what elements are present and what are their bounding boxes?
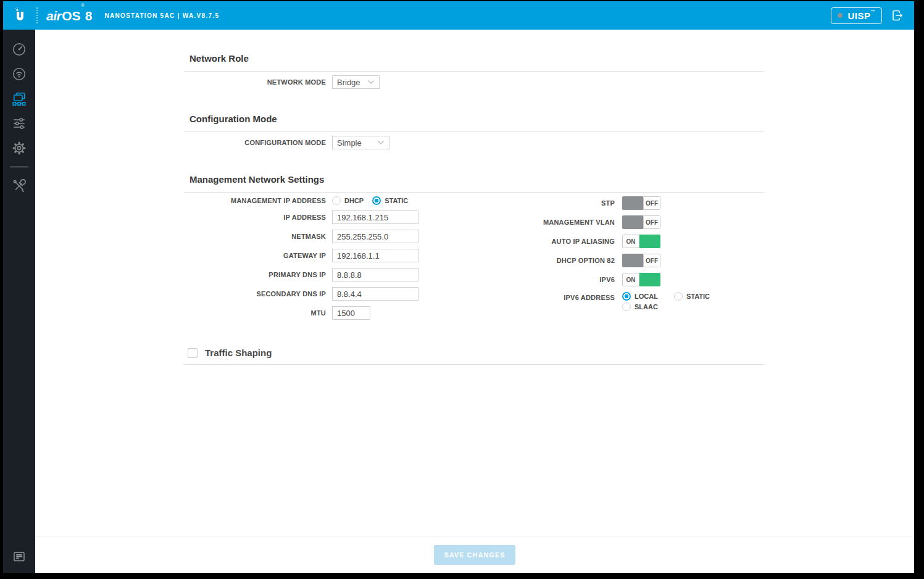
sliders-icon [12, 116, 27, 131]
ipv6-slaac-radio[interactable] [622, 302, 631, 311]
sidebar-item-advanced[interactable] [3, 111, 35, 136]
management-vlan-label: MANAGEMENT VLAN [460, 219, 615, 226]
chevron-down-icon [377, 140, 385, 145]
dhcp-option-82-label: DHCP OPTION 82 [460, 257, 615, 264]
dhcp-option-82-toggle[interactable]: OFF [622, 254, 660, 267]
network-icon [12, 91, 27, 106]
logout-button[interactable] [891, 9, 904, 22]
chevron-down-icon [367, 80, 375, 85]
tools-icon [12, 178, 27, 193]
ubiquiti-u-icon [12, 7, 28, 24]
netmask-input[interactable] [332, 230, 418, 243]
section-title-configuration-mode: Configuration Mode [184, 114, 764, 132]
footer-bar: SAVE CHANGES [35, 536, 914, 573]
primary-dns-input[interactable] [332, 268, 418, 281]
configuration-mode-select[interactable]: Simple [332, 136, 389, 149]
stp-label: STP [460, 199, 615, 207]
management-ip-address-label: MANAGEMENT IP ADDRESS [184, 197, 326, 204]
save-changes-button[interactable]: SAVE CHANGES [434, 545, 515, 565]
dhcp-radio-label: DHCP [344, 197, 364, 204]
ip-address-label: IP ADDRESS [184, 214, 326, 221]
auto-ip-aliasing-label: AUTO IP ALIASING [460, 238, 615, 245]
device-label: NANOSTATION 5AC | WA.V8.7.5 [104, 12, 219, 19]
primary-dns-label: PRIMARY DNS IP [184, 271, 326, 278]
logout-icon [891, 9, 904, 22]
uisp-status-dot [838, 13, 843, 18]
ipv6-local-radio[interactable] [622, 292, 631, 301]
mtu-label: MTU [184, 309, 326, 317]
section-network-role: Network Role NETWORK MODE Bridge [184, 53, 764, 89]
traffic-shaping-label: Traffic Shaping [205, 348, 272, 358]
secondary-dns-input[interactable] [332, 287, 418, 301]
traffic-shaping-section: Traffic Shaping [184, 348, 764, 365]
ipv6-static-radio[interactable] [674, 292, 683, 301]
network-mode-select[interactable]: Bridge [332, 75, 380, 89]
sidebar-item-network[interactable] [3, 86, 35, 111]
ipv6-static-label: STATIC [686, 293, 710, 300]
app-window: airOS®8 NANOSTATION 5AC | WA.V8.7.5 UISP… [3, 1, 914, 573]
ipv6-address-label: IPV6 ADDRESS [460, 292, 615, 301]
airos-logo: airOS®8 [46, 9, 92, 22]
gauge-icon [12, 42, 27, 57]
uisp-button[interactable]: UISP™ [831, 7, 882, 24]
traffic-shaping-checkbox[interactable] [188, 348, 198, 358]
management-vlan-toggle[interactable]: OFF [622, 215, 660, 229]
section-title-management-network: Management Network Settings [184, 174, 764, 193]
ipv6-toggle[interactable]: ON [622, 273, 660, 286]
netmask-label: NETMASK [184, 233, 326, 240]
dhcp-radio[interactable] [332, 196, 341, 205]
sidebar-divider [10, 167, 28, 167]
network-mode-label: NETWORK MODE [184, 78, 326, 86]
stp-toggle[interactable]: OFF [622, 196, 660, 210]
section-configuration-mode: Configuration Mode CONFIGURATION MODE Si… [184, 114, 764, 149]
top-bar: airOS®8 NANOSTATION 5AC | WA.V8.7.5 UISP… [3, 1, 914, 30]
sidebar-item-system-tools[interactable] [3, 173, 35, 198]
ubiquiti-logo[interactable] [3, 7, 36, 24]
mtu-input[interactable] [332, 306, 370, 320]
sidebar-item-feedback[interactable] [12, 548, 26, 565]
ipv6-slaac-label: SLAAC [635, 303, 658, 310]
configuration-mode-label: CONFIGURATION MODE [184, 139, 326, 146]
ip-address-input[interactable] [332, 210, 418, 224]
section-management-network: Management Network Settings MANAGEMENT I… [184, 174, 764, 365]
gateway-ip-label: GATEWAY IP [184, 252, 326, 259]
static-radio-label: STATIC [385, 197, 408, 204]
header-separator [36, 7, 38, 23]
sidebar-item-dashboard[interactable] [3, 37, 35, 62]
gateway-ip-input[interactable] [332, 249, 418, 262]
chat-icon [12, 550, 26, 564]
sidebar-nav [3, 30, 35, 573]
static-radio[interactable] [372, 196, 381, 205]
main-content: Network Role NETWORK MODE Bridge Configu… [35, 30, 914, 573]
ipv6-label: IPV6 [460, 276, 615, 283]
sidebar-item-wireless[interactable] [3, 62, 35, 86]
ipv6-local-label: LOCAL [635, 293, 658, 300]
gear-icon [12, 141, 27, 156]
section-title-network-role: Network Role [184, 53, 764, 72]
sidebar-item-services[interactable] [3, 136, 35, 160]
secondary-dns-label: SECONDARY DNS IP [184, 290, 326, 298]
wireless-icon [12, 67, 27, 81]
auto-ip-aliasing-toggle[interactable]: ON [622, 235, 660, 248]
